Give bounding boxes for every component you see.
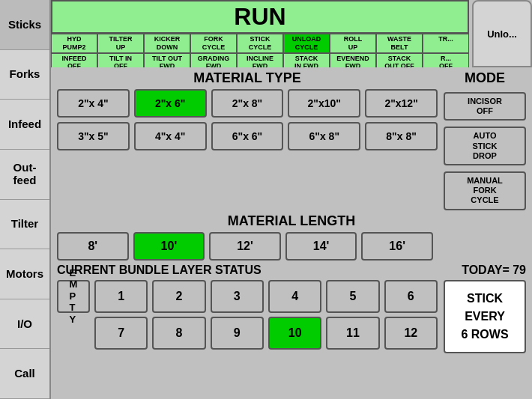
main-content: RUN HYD PUMP2 TILTER UP KICKER DOWN FORK… xyxy=(51,0,532,399)
status-stick-cycle[interactable]: STICK CYCLE xyxy=(237,34,283,53)
sidebar-item-outfeed[interactable]: Out- feed xyxy=(0,150,49,200)
len-btn-12[interactable]: 12' xyxy=(209,232,281,261)
material-length-header: MATERIAL LENGTH xyxy=(57,213,526,229)
status-row-1: HYD PUMP2 TILTER UP KICKER DOWN FORK CYC… xyxy=(51,34,469,53)
run-section: RUN HYD PUMP2 TILTER UP KICKER DOWN FORK… xyxy=(51,0,469,67)
bundle-cell-7[interactable]: 7 xyxy=(94,317,148,350)
mat-btn-6x6[interactable]: 6"x 6" xyxy=(211,122,284,150)
material-length-section: MATERIAL LENGTH 8' 10' 12' 14' 16' xyxy=(57,213,526,261)
status-tr[interactable]: TR... xyxy=(423,34,469,53)
status-tilter-up[interactable]: TILTER UP xyxy=(97,34,144,53)
bundle-cell-1[interactable]: 1 xyxy=(94,280,148,313)
bundle-cell-5[interactable]: 5 xyxy=(326,280,379,313)
sidebar-item-infeed[interactable]: Infeed xyxy=(0,100,49,150)
mat-btn-2x4[interactable]: 2"x 4" xyxy=(57,89,130,118)
content-area: MATERIAL TYPE 2"x 4" 2"x 6" 2"x 8" 2"x10… xyxy=(51,67,532,399)
sidebar-item-tilter[interactable]: Tilter xyxy=(0,200,49,250)
sidebar-item-sticks[interactable]: Sticks xyxy=(0,0,49,50)
unload-button[interactable]: Unlo... xyxy=(472,0,532,67)
bundle-cell-10[interactable]: 10 xyxy=(268,317,321,350)
mat-btn-6x8[interactable]: 6"x 8" xyxy=(288,122,360,150)
top-bar: RUN HYD PUMP2 TILTER UP KICKER DOWN FORK… xyxy=(51,0,532,67)
bundle-title: CURRENT BUNDLE LAYER STATUS xyxy=(57,264,262,277)
bundle-cell-4[interactable]: 4 xyxy=(268,280,321,313)
status-waste-belt[interactable]: WASTE BELT xyxy=(376,34,423,53)
mat-btn-3x5[interactable]: 3"x 5" xyxy=(57,122,130,150)
material-row-1: 2"x 4" 2"x 6" 2"x 8" 2"x10" 2"x12" xyxy=(57,89,438,118)
bundle-cell-6[interactable]: 6 xyxy=(384,280,438,313)
status-unload-cycle[interactable]: UNLOAD CYCLE xyxy=(283,34,330,53)
mode-section: MODE INCISOR OFF AUTO STICK DROP MANUAL … xyxy=(444,70,526,210)
sidebar-item-call[interactable]: Call xyxy=(0,349,49,399)
mat-btn-2x12[interactable]: 2"x12" xyxy=(365,89,438,118)
mat-btn-2x10[interactable]: 2"x10" xyxy=(288,89,360,118)
len-btn-14[interactable]: 14' xyxy=(285,232,357,261)
status-rows: HYD PUMP2 TILTER UP KICKER DOWN FORK CYC… xyxy=(51,34,469,72)
material-row-2: 3"x 5" 4"x 4" 6"x 6" 6"x 8" 8"x 8" xyxy=(57,122,438,150)
sidebar-item-motors[interactable]: Motors xyxy=(0,249,49,299)
run-title: RUN xyxy=(51,0,469,34)
mat-btn-2x8[interactable]: 2"x 8" xyxy=(211,89,284,118)
bundle-cell-11[interactable]: 11 xyxy=(326,317,379,350)
bundle-cell-3[interactable]: 3 xyxy=(211,280,264,313)
mode-btn-auto-stick[interactable]: AUTO STICK DROP xyxy=(444,127,526,165)
bundle-cell-8[interactable]: 8 xyxy=(152,317,205,350)
material-type-header: MATERIAL TYPE xyxy=(57,70,438,86)
bundle-section: CURRENT BUNDLE LAYER STATUS TODAY= 79 E … xyxy=(57,264,526,397)
sidebar-item-io[interactable]: I/O xyxy=(0,299,49,350)
mat-btn-8x8[interactable]: 8"x 8" xyxy=(365,122,438,150)
length-row: 8' 10' 12' 14' 16' xyxy=(57,232,526,261)
material-type-main: MATERIAL TYPE 2"x 4" 2"x 6" 2"x 8" 2"x10… xyxy=(57,70,438,210)
len-btn-8[interactable]: 8' xyxy=(57,232,129,261)
today-display: TODAY= 79 xyxy=(462,264,526,277)
len-btn-10[interactable]: 10' xyxy=(133,232,205,261)
bundle-cell-9[interactable]: 9 xyxy=(211,317,264,350)
mode-btn-incisor[interactable]: INCISOR OFF xyxy=(444,92,526,121)
mat-btn-2x6[interactable]: 2"x 6" xyxy=(134,89,207,118)
status-hyd-pump2[interactable]: HYD PUMP2 xyxy=(51,34,97,53)
stick-info: STICK EVERY 6 ROWS xyxy=(444,280,526,353)
mat-btn-4x4[interactable]: 4"x 4" xyxy=(134,122,207,150)
status-fork-cycle[interactable]: FORK CYCLE xyxy=(190,34,237,53)
bundle-grid-section: E M P T Y 1 2 3 4 5 6 7 8 9 10 11 xyxy=(57,280,438,353)
status-roll-up[interactable]: ROLL UP xyxy=(330,34,376,53)
bundle-row-1: E M P T Y 1 2 3 4 5 6 xyxy=(57,280,438,313)
bundle-content: E M P T Y 1 2 3 4 5 6 7 8 9 10 11 xyxy=(57,280,526,353)
mode-header: MODE xyxy=(444,70,526,86)
material-type-section: MATERIAL TYPE 2"x 4" 2"x 6" 2"x 8" 2"x10… xyxy=(57,70,526,210)
bundle-empty[interactable]: E M P T Y xyxy=(57,280,90,313)
bundle-header-row: CURRENT BUNDLE LAYER STATUS TODAY= 79 xyxy=(57,264,526,277)
mode-btn-manual-fork[interactable]: MANUAL FORK CYCLE xyxy=(444,171,526,210)
status-kicker-down[interactable]: KICKER DOWN xyxy=(144,34,190,53)
bundle-cell-2[interactable]: 2 xyxy=(152,280,205,313)
bundle-row-2: 7 8 9 10 11 12 xyxy=(57,317,438,350)
sidebar-item-forks[interactable]: Forks xyxy=(0,50,49,100)
bundle-cell-12[interactable]: 12 xyxy=(384,317,438,350)
len-btn-16[interactable]: 16' xyxy=(361,232,433,261)
sidebar: Sticks Forks Infeed Out- feed Tilter Mot… xyxy=(0,0,51,399)
